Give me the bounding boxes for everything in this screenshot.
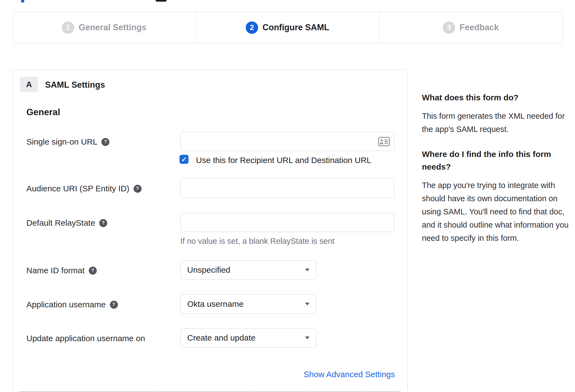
step-configure-saml[interactable]: 2 Configure SAML [196,12,379,43]
audience-uri-label: Audience URI (SP Entity ID) ? [26,184,142,193]
help-icon[interactable]: ? [110,301,118,309]
sso-url-input-wrap [180,132,394,151]
help-icon[interactable]: ? [99,219,107,227]
saml-settings-panel: A SAML Settings General Single sign-on U… [12,69,408,392]
help-icon[interactable]: ? [101,138,109,146]
step-number-badge: 1 [62,21,74,34]
step-number-badge: 3 [443,21,455,34]
contact-card-icon [378,137,390,148]
step-label: General Settings [79,23,146,32]
chevron-down-icon [305,269,309,271]
sso-url-input[interactable] [180,132,394,151]
default-relaystate-input[interactable] [180,213,394,232]
panel-title: SAML Settings [45,80,105,90]
wizard-stepper: 1 General Settings 2 Configure SAML 3 Fe… [12,12,563,43]
default-relaystate-label: Default RelayState ? [26,218,107,228]
update-application-username-select[interactable]: Create and update [180,328,316,347]
sso-url-label: Single sign-on URL ? [26,137,109,147]
sidebar-heading-what: What does this form do? [422,91,573,104]
step-label: Feedback [460,23,499,32]
audience-uri-input[interactable] [180,178,394,198]
chevron-down-icon [305,303,309,305]
help-sidebar: What does this form do? This form genera… [422,91,573,245]
relaystate-hint: If no value is set, a blank RelayState i… [180,237,335,246]
name-id-format-select[interactable]: Unspecified [180,260,316,280]
step-general-settings[interactable]: 1 General Settings [13,12,196,43]
name-id-format-label: Name ID format ? [26,266,97,275]
chevron-down-icon [305,336,309,339]
help-icon[interactable]: ? [89,267,97,275]
step-number-badge: 2 [246,21,258,34]
clipped-dark-header-fragment [156,0,167,2]
show-advanced-settings-link[interactable]: Show Advanced Settings [304,370,395,379]
update-application-username-label: Update application username on [26,334,145,343]
recipient-url-checkbox-label: Use this for Recipient URL and Destinati… [196,156,371,165]
sidebar-body-what: This form generates the XML needed for t… [422,109,573,136]
section-a-badge: A [20,77,38,92]
step-label: Configure SAML [262,23,329,32]
sidebar-heading-where: Where do I find the info this form needs… [422,148,573,173]
help-icon[interactable]: ? [134,185,142,193]
application-username-label: Application username ? [26,300,118,309]
application-username-select[interactable]: Okta username [180,294,316,314]
clipped-blue-header-fragment [21,0,24,2]
step-feedback[interactable]: 3 Feedback [379,12,562,43]
general-section-heading: General [26,107,60,117]
recipient-url-checkbox[interactable]: ✓ [179,155,189,164]
sidebar-body-where: The app you're trying to integrate with … [422,179,573,245]
